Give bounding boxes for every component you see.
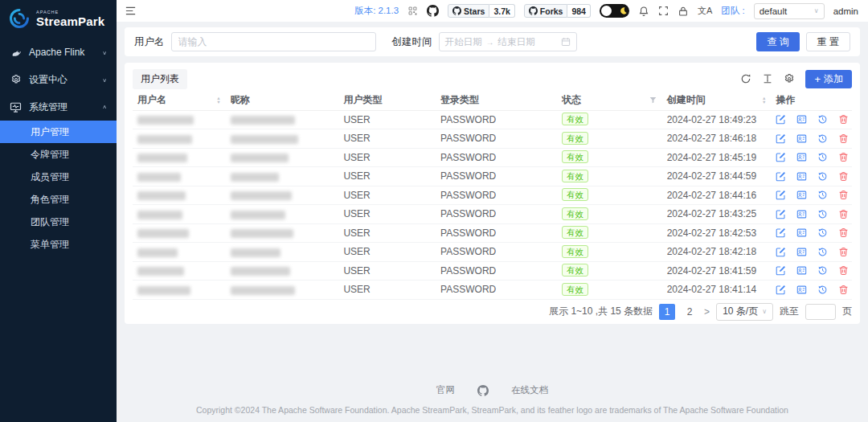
next-page-button[interactable]: > bbox=[704, 306, 710, 318]
view-user-icon[interactable] bbox=[796, 171, 807, 182]
online-docs-link[interactable]: 在线文档 bbox=[511, 384, 548, 396]
flink-squirrel-icon bbox=[10, 47, 22, 59]
qr-code-icon[interactable] bbox=[407, 6, 418, 16]
reset-password-icon[interactable] bbox=[817, 265, 828, 276]
col-created-time[interactable]: 创建时间▲▼ bbox=[662, 91, 772, 110]
view-user-icon[interactable] bbox=[796, 133, 807, 144]
status-badge: 有效 bbox=[562, 150, 588, 163]
view-user-icon[interactable] bbox=[796, 190, 807, 200]
page-size-value: 10 条/页 bbox=[723, 305, 758, 318]
delete-user-icon[interactable] bbox=[838, 114, 849, 125]
monitor-icon bbox=[10, 101, 22, 113]
sidebar-item-user-management[interactable]: 用户管理 bbox=[0, 121, 117, 143]
delete-user-icon[interactable] bbox=[838, 133, 849, 144]
edit-user-icon[interactable] bbox=[776, 171, 786, 182]
edit-user-icon[interactable] bbox=[776, 227, 786, 238]
filter-funnel-icon[interactable] bbox=[649, 96, 657, 104]
reset-password-icon[interactable] bbox=[817, 285, 828, 295]
github-forks-badge[interactable]: Forks 984 bbox=[524, 4, 591, 18]
nickname-redacted bbox=[231, 154, 289, 162]
edit-user-icon[interactable] bbox=[776, 265, 786, 276]
menu-fold-icon[interactable] bbox=[125, 5, 137, 17]
github-icon[interactable] bbox=[427, 5, 439, 17]
reset-password-icon[interactable] bbox=[817, 209, 828, 219]
reset-password-icon[interactable] bbox=[817, 247, 828, 257]
reset-password-icon[interactable] bbox=[817, 114, 828, 125]
delete-user-icon[interactable] bbox=[838, 209, 849, 219]
page-size-select[interactable]: 10 条/页 ∨ bbox=[716, 303, 773, 321]
team-select-dropdown[interactable]: default ∨ bbox=[754, 3, 825, 19]
sidebar-item-token-management[interactable]: 令牌管理 bbox=[0, 143, 117, 166]
created-time-range-picker[interactable]: 开始日期 → 结束日期 bbox=[439, 32, 577, 51]
created-time-cell: 2024-02-27 18:46:18 bbox=[662, 129, 772, 149]
delete-user-icon[interactable] bbox=[838, 265, 849, 276]
sidebar-item-apache-flink[interactable]: Apache Flink ∨ bbox=[0, 39, 117, 66]
sidebar-item-settings-center[interactable]: 设置中心 ∨ bbox=[0, 66, 117, 93]
chevron-down-icon: ∨ bbox=[102, 76, 107, 82]
sidebar-item-system-management[interactable]: 系统管理 ∧ bbox=[0, 93, 117, 121]
sidebar-item-team-management[interactable]: 团队管理 bbox=[0, 211, 117, 233]
edit-user-icon[interactable] bbox=[776, 285, 786, 295]
page-button-2[interactable]: 2 bbox=[682, 304, 698, 320]
submenu-label: 令牌管理 bbox=[31, 148, 69, 162]
view-user-icon[interactable] bbox=[796, 247, 807, 257]
delete-user-icon[interactable] bbox=[838, 190, 849, 200]
delete-user-icon[interactable] bbox=[838, 227, 849, 238]
reset-password-icon[interactable] bbox=[817, 152, 828, 162]
edit-user-icon[interactable] bbox=[776, 247, 786, 257]
row-height-icon[interactable] bbox=[762, 73, 773, 84]
reset-password-icon[interactable] bbox=[817, 133, 828, 144]
edit-user-icon[interactable] bbox=[776, 209, 786, 219]
fullscreen-icon[interactable] bbox=[658, 6, 669, 16]
view-user-icon[interactable] bbox=[796, 152, 807, 162]
sort-icon[interactable]: ▲▼ bbox=[216, 96, 220, 104]
view-user-icon[interactable] bbox=[796, 209, 807, 219]
language-switch-icon[interactable]: 文A bbox=[698, 5, 712, 17]
reset-password-icon[interactable] bbox=[817, 190, 828, 200]
github-icon[interactable] bbox=[477, 385, 489, 396]
sidebar-item-member-management[interactable]: 成员管理 bbox=[0, 166, 117, 188]
status-badge: 有效 bbox=[562, 226, 588, 239]
table-row: USER PASSWORD 有效 2024-02-27 18:44:59 bbox=[133, 167, 852, 186]
status-badge: 有效 bbox=[562, 264, 588, 277]
reset-password-icon[interactable] bbox=[817, 227, 828, 238]
view-user-icon[interactable] bbox=[796, 227, 807, 238]
delete-user-icon[interactable] bbox=[838, 171, 849, 182]
notifications-bell-icon[interactable] bbox=[638, 6, 649, 17]
table-settings-gear-icon[interactable] bbox=[784, 73, 795, 84]
view-user-icon[interactable] bbox=[796, 265, 807, 276]
delete-user-icon[interactable] bbox=[838, 247, 849, 257]
refresh-icon[interactable] bbox=[740, 73, 751, 84]
page-button-1[interactable]: 1 bbox=[659, 304, 675, 320]
search-button[interactable]: 查 询 bbox=[756, 32, 799, 51]
stars-count: 3.7k bbox=[489, 4, 514, 18]
delete-user-icon[interactable] bbox=[838, 152, 849, 162]
sort-icon[interactable]: ▲▼ bbox=[762, 96, 766, 104]
username-filter-input[interactable] bbox=[171, 32, 376, 51]
github-stars-badge[interactable]: Stars 3.7k bbox=[448, 4, 515, 18]
edit-user-icon[interactable] bbox=[776, 133, 786, 144]
current-user[interactable]: admin bbox=[833, 6, 858, 16]
login-type-cell: PASSWORD bbox=[436, 243, 557, 262]
edit-user-icon[interactable] bbox=[776, 114, 786, 125]
created-time-cell: 2024-02-27 18:41:14 bbox=[662, 281, 772, 300]
official-site-link[interactable]: 官网 bbox=[436, 384, 455, 396]
view-user-icon[interactable] bbox=[796, 114, 807, 125]
sidebar-item-role-management[interactable]: 角色管理 bbox=[0, 188, 117, 211]
reset-button[interactable]: 重 置 bbox=[806, 32, 850, 51]
logo: APACHE StreamPark bbox=[0, 0, 117, 37]
view-user-icon[interactable] bbox=[796, 285, 807, 295]
add-user-button[interactable]: +添加 bbox=[805, 70, 852, 88]
col-status[interactable]: 状态 bbox=[557, 91, 662, 110]
delete-user-icon[interactable] bbox=[838, 285, 849, 295]
nickname-redacted bbox=[231, 267, 290, 276]
lock-screen-icon[interactable] bbox=[678, 6, 689, 17]
end-date-placeholder: 结束日期 bbox=[498, 36, 535, 48]
sidebar-item-menu-management[interactable]: 菜单管理 bbox=[0, 233, 117, 256]
col-username[interactable]: 用户名▲▼ bbox=[133, 91, 226, 110]
edit-user-icon[interactable] bbox=[776, 190, 786, 200]
dark-mode-toggle[interactable] bbox=[600, 4, 629, 18]
jump-to-page-input[interactable] bbox=[805, 304, 836, 320]
reset-password-icon[interactable] bbox=[817, 171, 828, 182]
edit-user-icon[interactable] bbox=[776, 152, 786, 162]
